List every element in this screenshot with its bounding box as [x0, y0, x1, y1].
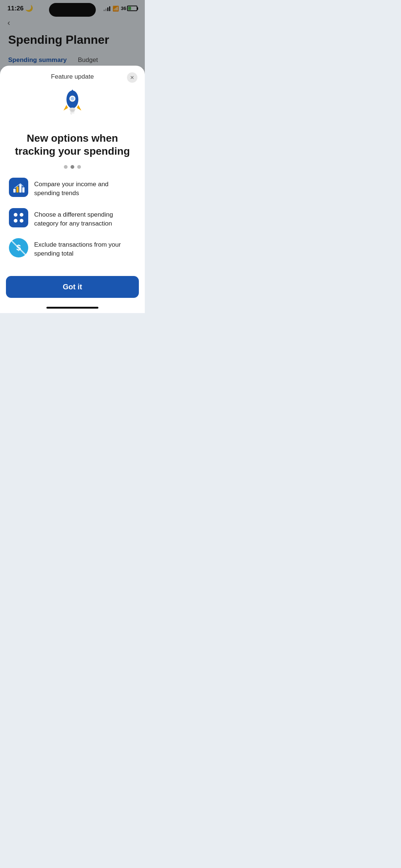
- svg-rect-7: [13, 189, 16, 193]
- modal: Feature update ✕ New options when tracki…: [0, 66, 145, 313]
- dot-3: [77, 165, 81, 169]
- dot-2: [71, 165, 74, 169]
- svg-point-6: [72, 112, 75, 114]
- chart-bars-icon: [9, 178, 28, 197]
- rocket-illustration: [0, 86, 145, 130]
- feature-item-2: Choose a different spending category for…: [9, 208, 136, 228]
- dollar-circle-svg: $: [9, 238, 28, 257]
- svg-point-2: [71, 97, 74, 101]
- svg-rect-9: [19, 184, 22, 193]
- feature-text-2: Choose a different spending category for…: [34, 208, 136, 228]
- progress-dots: [0, 165, 145, 178]
- bar-chart-svg: [12, 181, 25, 194]
- svg-point-5: [70, 112, 72, 115]
- modal-title: Feature update: [51, 73, 94, 80]
- rocket-icon: [58, 86, 87, 120]
- feature-item-1: Compare your income and spending trends: [9, 178, 136, 198]
- feature-item-3: $ Exclude transactions from your spendin…: [9, 238, 136, 258]
- scatter-svg: [12, 211, 25, 224]
- feature-text-1: Compare your income and spending trends: [34, 178, 136, 198]
- svg-rect-8: [16, 187, 19, 193]
- got-it-button[interactable]: Got it: [6, 276, 139, 298]
- svg-point-14: [20, 219, 23, 223]
- close-button[interactable]: ✕: [127, 72, 137, 83]
- modal-main-title: New options when tracking your spending: [0, 130, 145, 165]
- feature-text-3: Exclude transactions from your spending …: [34, 238, 136, 258]
- modal-header: Feature update ✕: [0, 66, 145, 86]
- feature-list: Compare your income and spending trends …: [0, 178, 145, 258]
- svg-point-13: [14, 219, 17, 223]
- scatter-icon: [9, 208, 28, 227]
- svg-rect-10: [22, 187, 25, 193]
- svg-point-12: [20, 213, 23, 217]
- dollar-circle-icon: $: [9, 238, 28, 257]
- svg-point-11: [14, 213, 17, 217]
- home-indicator: [46, 307, 98, 309]
- dot-1: [64, 165, 68, 169]
